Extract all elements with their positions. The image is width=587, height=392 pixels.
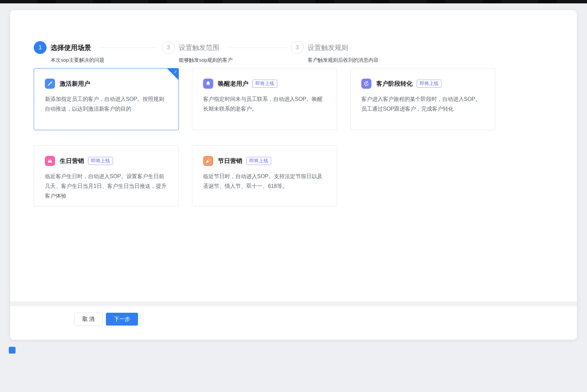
coming-soon-badge: 即将上线 — [88, 157, 113, 165]
card-title: 客户阶段转化 — [376, 80, 413, 88]
card-description: 临近客户生日时，自动进入SOP。设置客户生日前几天、客户生日当月1日、客户生日当… — [45, 171, 168, 201]
card-title: 唤醒老用户 — [218, 80, 248, 88]
card-title: 节日营销 — [218, 157, 242, 165]
wizard-footer: 取 消 下一步 — [10, 306, 577, 340]
sop-wizard-panel: 1 选择使用场景 本次sop主要解决的问题 3 设置触发范围 能够触发sop规则… — [10, 10, 577, 340]
step-connector — [229, 48, 286, 48]
check-icon — [174, 69, 177, 74]
step-1-select-scenario: 1 选择使用场景 本次sop主要解决的问题 — [34, 41, 104, 63]
step-2-title: 设置触发范围 — [179, 43, 232, 52]
scenario-card-activate-new-users[interactable]: 激活新用户 新添加指定员工的客户，自动进入SOP。按照规则自动推送，以达到激活新… — [34, 68, 179, 130]
footer-divider — [10, 301, 577, 306]
step-3-number-circle: 3 — [291, 41, 304, 54]
party-icon — [203, 156, 213, 166]
card-description: 客户指定时间未与员工联系，自动进入SOP。唤醒长期未联系的老客户。 — [203, 94, 326, 114]
step-1-title: 选择使用场景 — [51, 43, 104, 52]
step-3-title: 设置触发规则 — [308, 43, 379, 52]
card-title: 生日营销 — [60, 157, 84, 165]
step-1-number-circle: 1 — [34, 41, 47, 54]
floating-corner-element — [9, 347, 16, 354]
card-description: 新添加指定员工的客户，自动进入SOP。按照规则自动推送，以达到激活新客户的目的 — [45, 94, 168, 114]
cancel-button[interactable]: 取 消 — [74, 313, 103, 326]
card-description: 客户进入客户旅程的某个阶段时，自动进入SOP。员工通过SOP跟进客户，完成客户转… — [361, 94, 484, 114]
step-3-trigger-rules: 3 设置触发规则 客户触发规则后收到的消息内容 — [291, 41, 379, 63]
scenario-card-birthday-marketing[interactable]: 生日营销 即将上线 临近客户生日时，自动进入SOP。设置客户生日前几天、客户生日… — [34, 145, 179, 206]
coming-soon-badge: 即将上线 — [417, 80, 442, 88]
cake-icon — [45, 156, 55, 166]
step-2-number-circle: 3 — [162, 41, 175, 54]
bell-icon — [203, 79, 213, 89]
next-step-button[interactable]: 下一步 — [106, 313, 138, 326]
step-3-subtitle: 客户触发规则后收到的消息内容 — [308, 57, 379, 63]
step-1-subtitle: 本次sop主要解决的问题 — [51, 57, 104, 63]
step-connector — [100, 48, 157, 48]
scenario-card-wake-old-users[interactable]: 唤醒老用户 即将上线 客户指定时间未与员工联系，自动进入SOP。唤醒长期未联系的… — [192, 68, 337, 130]
card-description: 临近节日时，自动进入SOP。支持法定节假日以及圣诞节、情人节、双十一、618等。 — [203, 171, 326, 191]
coming-soon-badge: 即将上线 — [246, 157, 271, 165]
window-chrome-strip — [0, 0, 587, 3]
step-2-subtitle: 能够触发sop规则的客户 — [179, 57, 232, 63]
coming-soon-badge: 即将上线 — [252, 80, 277, 88]
rocket-icon — [45, 79, 55, 89]
scenario-card-holiday-marketing[interactable]: 节日营销 即将上线 临近节日时，自动进入SOP。支持法定节假日以及圣诞节、情人节… — [192, 145, 337, 206]
card-title: 激活新用户 — [60, 80, 90, 88]
step-2-trigger-scope: 3 设置触发范围 能够触发sop规则的客户 — [162, 41, 232, 63]
scenario-card-customer-stage-conversion[interactable]: 客户阶段转化 即将上线 客户进入客户旅程的某个阶段时，自动进入SOP。员工通过S… — [350, 68, 495, 130]
stage-cycle-icon — [361, 79, 371, 89]
